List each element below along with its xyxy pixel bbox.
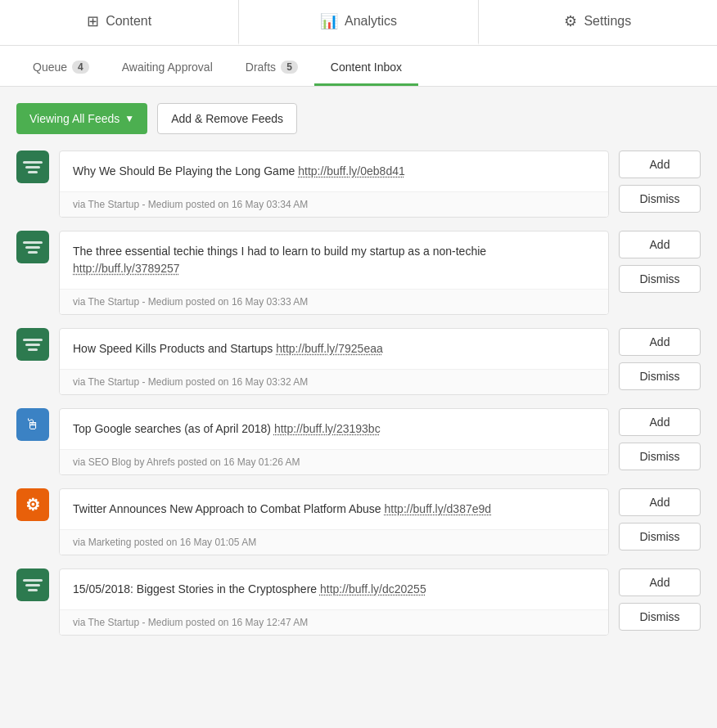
feed-avatar bbox=[16, 151, 49, 183]
nav-content[interactable]: ⊞ Content bbox=[0, 0, 238, 45]
feed-card-meta: via Marketing posted on 16 May 01:05 AM bbox=[60, 530, 608, 555]
add-button[interactable]: Add bbox=[619, 231, 701, 258]
feed-list: Why We Should Be Playing the Long Game h… bbox=[16, 151, 701, 636]
feed-card: 15/05/2018: Biggest Stories in the Crypt… bbox=[59, 568, 609, 636]
feed-avatar bbox=[16, 328, 49, 361]
feed-link[interactable]: http://buff.ly/7925eaa bbox=[276, 342, 383, 355]
feed-actions: Add Dismiss bbox=[619, 488, 701, 550]
nav-settings-label: Settings bbox=[584, 14, 631, 29]
dismiss-button[interactable]: Dismiss bbox=[619, 265, 701, 293]
feed-title-text: 15/05/2018: Biggest Stories in the Crypt… bbox=[73, 582, 320, 595]
tab-content-inbox-label: Content Inbox bbox=[331, 61, 402, 74]
feed-card-meta: via The Startup - Medium posted on 16 Ma… bbox=[60, 370, 608, 394]
avatar-lines bbox=[23, 579, 43, 591]
feed-title-text: Twitter Announces New Approach to Combat… bbox=[73, 502, 385, 515]
tab-bar: Queue 4 Awaiting Approval Drafts 5 Conte… bbox=[0, 46, 717, 87]
avatar-line bbox=[23, 241, 43, 244]
avatar-line bbox=[23, 579, 43, 582]
feed-card-title: Why We Should Be Playing the Long Game h… bbox=[60, 151, 608, 192]
avatar-line bbox=[25, 246, 40, 249]
feed-card-title: The three essential techie things I had … bbox=[60, 231, 608, 290]
nav-analytics[interactable]: 📊 Analytics bbox=[238, 0, 478, 45]
bar-chart-icon: 📊 bbox=[320, 12, 338, 30]
list-item: How Speed Kills Products and Startups ht… bbox=[16, 328, 701, 395]
avatar-line bbox=[28, 171, 38, 173]
feed-title-text: Top Google searches (as of April 2018) bbox=[73, 422, 274, 435]
avatar-line bbox=[25, 584, 40, 586]
feed-card: The three essential techie things I had … bbox=[59, 231, 609, 315]
avatar-lines bbox=[23, 161, 43, 173]
feed-actions: Add Dismiss bbox=[619, 328, 701, 390]
layers-icon: ⊞ bbox=[87, 12, 99, 30]
avatar-line bbox=[23, 339, 43, 341]
feed-link[interactable]: http://buff.ly/23193bc bbox=[274, 422, 381, 435]
list-item: Why We Should Be Playing the Long Game h… bbox=[16, 151, 701, 218]
tab-drafts-label: Drafts bbox=[246, 61, 276, 74]
dismiss-button[interactable]: Dismiss bbox=[619, 523, 701, 550]
main-content: Viewing All Feeds ▼ Add & Remove Feeds W… bbox=[0, 87, 717, 652]
avatar-line bbox=[28, 589, 38, 591]
list-item: The three essential techie things I had … bbox=[16, 231, 701, 315]
action-bar: Viewing All Feeds ▼ Add & Remove Feeds bbox=[16, 103, 701, 134]
feed-avatar bbox=[16, 568, 49, 601]
tab-awaiting-approval[interactable]: Awaiting Approval bbox=[106, 51, 229, 86]
add-button[interactable]: Add bbox=[619, 568, 701, 596]
add-button[interactable]: Add bbox=[619, 328, 701, 356]
feed-actions: Add Dismiss bbox=[619, 151, 701, 213]
feed-card: Twitter Announces New Approach to Combat… bbox=[59, 488, 609, 555]
dismiss-button[interactable]: Dismiss bbox=[619, 185, 701, 213]
dismiss-button[interactable]: Dismiss bbox=[619, 443, 701, 470]
cursor-icon: 🖱 bbox=[25, 416, 40, 434]
nav-analytics-label: Analytics bbox=[345, 14, 397, 29]
tab-drafts[interactable]: Drafts 5 bbox=[229, 51, 314, 86]
add-button[interactable]: Add bbox=[619, 151, 701, 178]
feed-actions: Add Dismiss bbox=[619, 408, 701, 470]
feed-link[interactable]: http://buff.ly/dc20255 bbox=[320, 582, 426, 595]
feed-card-meta: via SEO Blog by Ahrefs posted on 16 May … bbox=[60, 450, 608, 474]
feed-card-meta: via The Startup - Medium posted on 16 Ma… bbox=[60, 192, 608, 217]
tab-drafts-badge: 5 bbox=[281, 61, 298, 74]
add-button[interactable]: Add bbox=[619, 408, 701, 436]
tab-content-inbox[interactable]: Content Inbox bbox=[314, 51, 418, 86]
feed-card-meta: via The Startup - Medium posted on 16 Ma… bbox=[60, 290, 608, 314]
feed-card-title: Top Google searches (as of April 2018) h… bbox=[60, 409, 608, 450]
hubspot-icon: ⚙ bbox=[25, 495, 40, 515]
feed-actions: Add Dismiss bbox=[619, 231, 701, 293]
tab-queue[interactable]: Queue 4 bbox=[16, 51, 106, 86]
feed-card-meta: via The Startup - Medium posted on 16 Ma… bbox=[60, 610, 608, 635]
chevron-down-icon: ▼ bbox=[124, 113, 134, 124]
nav-content-label: Content bbox=[106, 14, 151, 29]
feed-card: How Speed Kills Products and Startups ht… bbox=[59, 328, 609, 395]
viewing-all-feeds-button[interactable]: Viewing All Feeds ▼ bbox=[16, 103, 147, 134]
feed-link[interactable]: http://buff.ly/0eb8d41 bbox=[298, 164, 405, 178]
avatar-line bbox=[28, 251, 38, 254]
feed-title-text: How Speed Kills Products and Startups bbox=[73, 342, 276, 355]
avatar-lines bbox=[23, 339, 43, 351]
add-remove-feeds-button[interactable]: Add & Remove Feeds bbox=[157, 103, 297, 134]
tab-queue-badge: 4 bbox=[72, 61, 89, 74]
feed-avatar bbox=[16, 231, 49, 263]
avatar-lines bbox=[23, 241, 43, 254]
feed-title-text: Why We Should Be Playing the Long Game bbox=[73, 164, 298, 178]
list-item: ⚙ Twitter Announces New Approach to Comb… bbox=[16, 488, 701, 555]
tab-queue-label: Queue bbox=[33, 61, 67, 74]
dismiss-button[interactable]: Dismiss bbox=[619, 603, 701, 631]
avatar-line bbox=[25, 344, 40, 346]
avatar-line bbox=[25, 166, 40, 169]
feed-title-text: The three essential techie things I had … bbox=[73, 245, 486, 258]
avatar-line bbox=[23, 161, 43, 164]
list-item: 15/05/2018: Biggest Stories in the Crypt… bbox=[16, 568, 701, 636]
add-button[interactable]: Add bbox=[619, 488, 701, 516]
feed-card-title: 15/05/2018: Biggest Stories in the Crypt… bbox=[60, 569, 608, 610]
list-item: 🖱 Top Google searches (as of April 2018)… bbox=[16, 408, 701, 475]
tab-awaiting-label: Awaiting Approval bbox=[122, 61, 213, 74]
feed-link[interactable]: http://buff.ly/d387e9d bbox=[385, 502, 492, 515]
feed-actions: Add Dismiss bbox=[619, 568, 701, 631]
feed-link[interactable]: http://buff.ly/3789257 bbox=[73, 262, 180, 275]
dismiss-button[interactable]: Dismiss bbox=[619, 362, 701, 390]
feed-avatar: ⚙ bbox=[16, 488, 49, 521]
avatar-line bbox=[28, 348, 38, 351]
add-remove-label: Add & Remove Feeds bbox=[171, 112, 283, 125]
nav-settings[interactable]: ⚙ Settings bbox=[479, 0, 717, 45]
feed-card: Top Google searches (as of April 2018) h… bbox=[59, 408, 609, 475]
